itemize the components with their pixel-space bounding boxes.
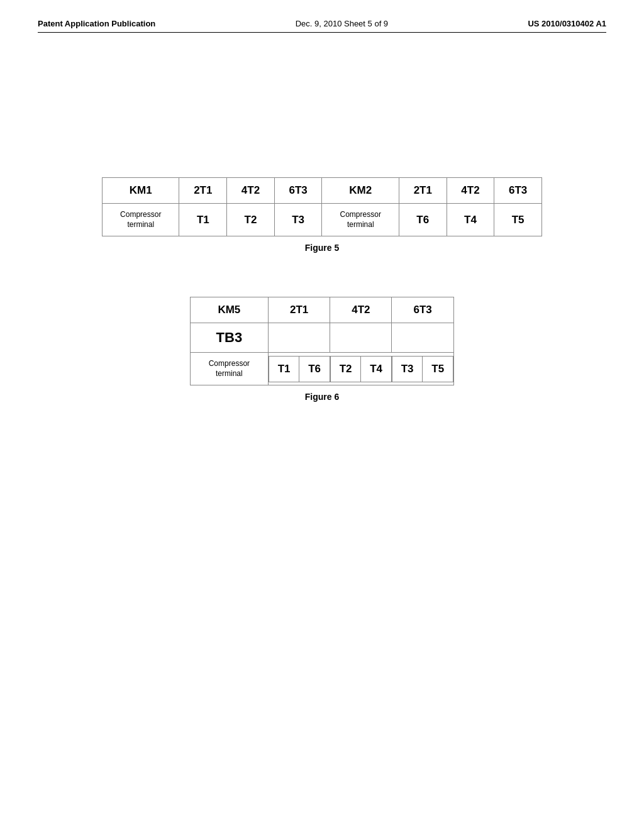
fig5-label2: Compressorterminal <box>322 204 399 236</box>
figure5-container: KM1 2T1 4T2 6T3 KM2 2T1 4T2 6T3 Compress… <box>102 177 542 284</box>
fig6-h4: 6T3 <box>392 297 454 323</box>
fig5-h7: 4T2 <box>447 178 494 204</box>
fig6-t5: T5 <box>423 356 453 382</box>
fig5-v1: T1 <box>179 204 227 236</box>
figure6-row2: TB3 <box>191 323 454 353</box>
fig5-h6: 2T1 <box>399 178 447 204</box>
figure6-caption: Figure 6 <box>190 392 454 402</box>
fig6-h2: 2T1 <box>268 297 330 323</box>
fig6-t3: T3 <box>392 356 423 382</box>
fig5-h5: KM2 <box>322 178 399 204</box>
header-patent-number: US 2010/0310402 A1 <box>528 19 606 28</box>
fig6-sub-cell2: T2 T4 <box>330 353 392 385</box>
figure6-header-row: KM5 2T1 4T2 6T3 <box>191 297 454 323</box>
figure5-data-row: Compressorterminal T1 T2 T3 Compressorte… <box>103 204 542 236</box>
figure6-table: KM5 2T1 4T2 6T3 TB3 Compressorterminal <box>190 297 454 385</box>
figure6-row3: Compressorterminal T1 T6 T2 <box>191 353 454 385</box>
header-date-sheet: Dec. 9, 2010 Sheet 5 of 9 <box>296 19 388 28</box>
figure5-caption: Figure 5 <box>102 243 542 253</box>
fig5-h1: KM1 <box>103 178 179 204</box>
fig6-t6: T6 <box>299 356 330 382</box>
header-publication-label: Patent Application Publication <box>38 19 155 28</box>
fig5-h3: 4T2 <box>227 178 275 204</box>
fig6-label: Compressorterminal <box>191 353 269 385</box>
fig6-tb3: TB3 <box>191 323 269 353</box>
page-header: Patent Application Publication Dec. 9, 2… <box>38 19 606 33</box>
fig6-r2c3 <box>330 323 392 353</box>
fig6-t2: T2 <box>330 356 360 382</box>
fig5-v5: T4 <box>447 204 494 236</box>
fig5-v4: T6 <box>399 204 447 236</box>
fig6-t4: T4 <box>361 356 391 382</box>
fig6-r2c2 <box>268 323 330 353</box>
figure6-container: KM5 2T1 4T2 6T3 TB3 Compressorterminal <box>190 297 454 433</box>
fig5-h8: 6T3 <box>494 178 542 204</box>
figure5-table: KM1 2T1 4T2 6T3 KM2 2T1 4T2 6T3 Compress… <box>102 177 542 236</box>
fig6-h3: 4T2 <box>330 297 392 323</box>
fig5-v2: T2 <box>227 204 275 236</box>
figure5-header-row: KM1 2T1 4T2 6T3 KM2 2T1 4T2 6T3 <box>103 178 542 204</box>
fig6-sub-cell3: T3 T5 <box>392 353 454 385</box>
fig5-v6: T5 <box>494 204 542 236</box>
main-content: KM1 2T1 4T2 6T3 KM2 2T1 4T2 6T3 Compress… <box>38 39 606 446</box>
fig6-t1: T1 <box>269 356 299 382</box>
fig5-v3: T3 <box>274 204 322 236</box>
fig5-label: Compressorterminal <box>103 204 179 236</box>
fig5-h4: 6T3 <box>274 178 322 204</box>
fig6-sub-cell1: T1 T6 <box>268 353 330 385</box>
fig6-h1: KM5 <box>191 297 269 323</box>
fig5-h2: 2T1 <box>179 178 227 204</box>
fig6-r2c4 <box>392 323 454 353</box>
page: Patent Application Publication Dec. 9, 2… <box>0 0 644 830</box>
